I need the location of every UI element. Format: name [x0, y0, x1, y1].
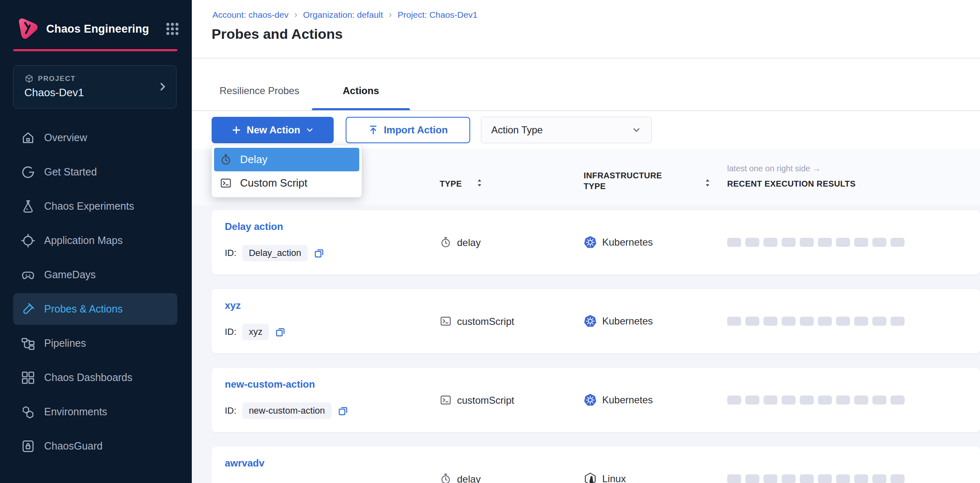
kubernetes-icon [584, 315, 597, 328]
execution-result-placeholder [836, 238, 850, 247]
chevron-down-icon [305, 125, 314, 135]
action-table-row: new-custom-action ID: new-custom-action … [212, 368, 980, 432]
action-type-value: Action Type [491, 124, 543, 136]
execution-result-placeholder [818, 474, 832, 483]
linux-icon [584, 472, 597, 483]
terminal-icon [440, 394, 452, 406]
execution-result-placeholder [727, 238, 741, 247]
execution-result-placeholder [763, 238, 777, 247]
brand-row: Chaos Engineering [16, 17, 180, 40]
execution-result-placeholder [890, 474, 905, 483]
execution-result-placeholder [727, 395, 741, 405]
action-type-cell: delay [440, 237, 481, 249]
execution-result-placeholder [890, 317, 905, 326]
execution-result-placeholder [763, 317, 777, 326]
execution-result-placeholder [890, 238, 905, 247]
app-switcher-icon[interactable] [165, 21, 180, 37]
menu-item-delay[interactable]: Delay [214, 148, 359, 171]
chevron-down-icon [631, 125, 641, 135]
harness-logo-icon [16, 18, 38, 40]
sidebar-item-overview[interactable]: Overview [0, 121, 192, 155]
column-header-type[interactable]: TYPE [440, 179, 462, 189]
breadcrumb-link[interactable]: Account: chaos-dev [212, 10, 288, 20]
execution-result-placeholder [763, 474, 777, 483]
execution-result-placeholder [836, 395, 850, 405]
menu-item-custom-script[interactable]: Custom Script [214, 171, 359, 195]
tab-actions[interactable]: Actions [312, 80, 410, 102]
sidebar-item-label: Overview [44, 132, 87, 144]
execution-result-placeholder [745, 238, 759, 247]
execution-result-placeholder [745, 474, 759, 483]
breadcrumb-link[interactable]: Project: Chaos-Dev1 [398, 10, 478, 20]
action-table-row: xyz ID: xyz customScript Kubernetes [212, 289, 980, 353]
sidebar-item-probes-actions[interactable]: Probes & Actions [0, 292, 192, 326]
action-id-row: ID: Delay_action [225, 245, 325, 261]
sidebar-item-chaos-experiments[interactable]: Chaos Experiments [0, 189, 192, 223]
column-header-infrastructure-type[interactable]: INFRASTRUCTURE TYPE [584, 170, 662, 192]
action-name-link[interactable]: new-custom-action [225, 379, 315, 390]
sidebar-item-gamedays[interactable]: GameDays [0, 258, 192, 292]
copy-icon[interactable] [313, 248, 325, 259]
sidebar-item-pipelines[interactable]: Pipelines [0, 326, 192, 360]
tab-resilience-probes[interactable]: Resilience Probes [214, 80, 305, 102]
sidebar-item-chaosguard[interactable]: ChaosGuard [0, 429, 192, 463]
recent-execution-results-cell [727, 395, 905, 405]
execution-result-placeholder [745, 317, 759, 326]
kubernetes-icon [584, 236, 597, 249]
breadcrumb-link[interactable]: Organization: default [303, 10, 383, 20]
sidebar-item-label: GameDays [44, 269, 96, 281]
import-icon [368, 125, 379, 135]
sort-icon[interactable] [476, 178, 483, 188]
execution-result-placeholder [890, 395, 905, 405]
flask-icon [21, 199, 35, 214]
stopwatch-icon [440, 473, 452, 483]
actions-table-body: Delay action ID: Delay_action delay Kube… [192, 205, 980, 483]
import-action-button[interactable]: Import Action [346, 117, 470, 143]
execution-result-placeholder [782, 395, 796, 405]
sort-icon[interactable] [704, 178, 711, 188]
sidebar-item-label: Probes & Actions [44, 303, 122, 315]
stopwatch-icon [220, 154, 232, 166]
execution-result-placeholder [872, 238, 886, 247]
action-id-value: Delay_action [242, 245, 308, 261]
id-label: ID: [225, 248, 236, 258]
terminal-icon [440, 315, 452, 327]
breadcrumb-separator: › [389, 9, 392, 20]
action-type-cell: customScript [440, 394, 514, 406]
terminal-icon [220, 177, 232, 189]
execution-result-placeholder [836, 317, 850, 326]
execution-result-placeholder [800, 474, 814, 483]
sidebar-item-label: Get Started [44, 166, 97, 178]
infrastructure-type-cell: Kubernetes [584, 315, 653, 328]
execution-result-placeholder [782, 317, 796, 326]
sidebar-item-label: Chaos Experiments [44, 200, 134, 212]
action-name-link[interactable]: Delay action [225, 221, 283, 232]
action-table-row: awrvadv delay Linux [212, 447, 980, 483]
execution-result-placeholder [854, 238, 868, 247]
copy-icon[interactable] [275, 327, 286, 338]
main-content: Account: chaos-dev›Organization: default… [192, 0, 980, 483]
execution-result-placeholder [854, 395, 868, 405]
project-label: PROJECT [38, 75, 76, 83]
sidebar-item-chaos-dashboards[interactable]: Chaos Dashboards [0, 360, 192, 395]
id-label: ID: [225, 327, 236, 337]
sidebar-item-get-started[interactable]: Get Started [0, 155, 192, 189]
action-name-link[interactable]: xyz [225, 300, 241, 311]
new-action-button[interactable]: New Action [212, 117, 334, 143]
stopwatch-icon [440, 237, 452, 249]
sidebar-item-label: Environments [44, 406, 107, 418]
execution-result-placeholder [782, 238, 796, 247]
lock-icon [21, 439, 35, 454]
sidebar-item-environments[interactable]: Environments [0, 395, 192, 429]
project-selector[interactable]: PROJECT Chaos-Dev1 [13, 65, 177, 109]
new-action-dropdown-menu: Delay Custom Script [212, 145, 362, 197]
action-type-select[interactable]: Action Type [481, 117, 652, 143]
sidebar: Chaos Engineering PROJECT Chaos-Dev1 Ove… [0, 0, 192, 483]
id-label: ID: [225, 405, 236, 416]
infrastructure-type-cell: Kubernetes [584, 393, 653, 407]
action-name-link[interactable]: awrvadv [225, 457, 264, 469]
action-id-row: ID: xyz [225, 324, 286, 340]
breadcrumb: Account: chaos-dev›Organization: default… [212, 9, 478, 20]
sidebar-item-application-maps[interactable]: Application Maps [0, 223, 192, 258]
copy-icon[interactable] [337, 405, 349, 417]
